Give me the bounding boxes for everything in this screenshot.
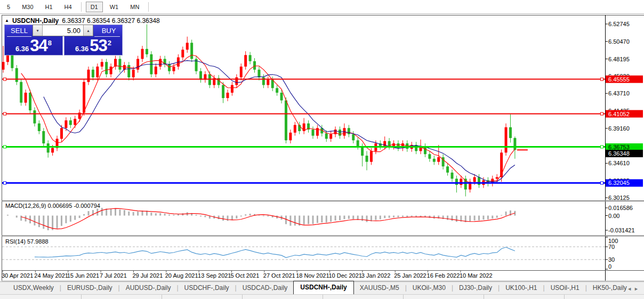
toolbar-separator	[148, 2, 149, 12]
tab-usdcnh-daily[interactable]: USDCNH-,Daily	[293, 281, 353, 294]
axis-label-current-price: 6.36348	[606, 150, 643, 157]
svg-text:25 Jan 2022: 25 Jan 2022	[394, 272, 426, 279]
buy-price-big: 53	[90, 38, 107, 54]
tab-scroll-right-icon[interactable]: ►	[634, 286, 641, 292]
chart-header: ▲ USDCNH-,Daily 6.36337 6.36354 6.36327 …	[5, 17, 160, 25]
volume-increase-button[interactable]: ▴	[83, 25, 93, 36]
axis-label-support-blue: 6.32045	[606, 179, 643, 187]
svg-text:6.52745: 6.52745	[608, 21, 630, 27]
tab-usdchf-daily[interactable]: USDCHF-,Daily	[179, 282, 235, 294]
tab-scroll-left-icon[interactable]: ◄	[627, 286, 634, 292]
hline-handle	[4, 112, 6, 115]
svg-text:30 Apr 2021: 30 Apr 2021	[2, 272, 33, 279]
tab-usdx-weekly[interactable]: USDX,Weekly	[7, 282, 60, 294]
mt4-window: 6.527456.504706.481956.459206.437106.414…	[0, 0, 644, 299]
hline-handle	[601, 78, 603, 80]
svg-text:29 Jul 2021: 29 Jul 2021	[132, 272, 163, 279]
svg-text:6.32045: 6.32045	[608, 180, 630, 186]
strip-divider	[403, 295, 404, 299]
axis-label-support-green: 6.36753	[606, 143, 643, 151]
macd-indicator-label: MACD(12,26,9) 0.006695 -0.000794	[5, 203, 100, 209]
svg-text:6.34610: 6.34610	[608, 160, 630, 166]
sell-underline	[7, 36, 31, 37]
svg-text:6.39160: 6.39160	[608, 125, 630, 132]
svg-text:3 Jan 2022: 3 Jan 2022	[361, 272, 390, 279]
axis-label-resistance-1: 6.45555	[606, 76, 643, 83]
timeframe-button-5[interactable]: 5	[2, 2, 15, 12]
sell-price-big: 34	[30, 38, 47, 54]
tab-ukoil-m30[interactable]: UKOil-,M30	[407, 282, 452, 294]
sell-price-small: 6.36	[15, 45, 29, 53]
svg-text:5 Oct 2021: 5 Oct 2021	[230, 272, 259, 279]
svg-text:70: 70	[608, 244, 615, 250]
timeframe-button-m30[interactable]: M30	[17, 2, 38, 12]
svg-text:7 Jul 2021: 7 Jul 2021	[100, 272, 127, 279]
svg-text:10 Mar 2022: 10 Mar 2022	[460, 272, 493, 279]
tab-usdcad-daily[interactable]: USDCAD-,Daily	[237, 282, 294, 294]
buy-button[interactable]: BUY	[95, 27, 122, 35]
sell-price-sup: 8	[48, 39, 52, 47]
sell-button[interactable]: SELL	[6, 27, 33, 35]
strip-divider	[162, 295, 162, 299]
svg-text:30: 30	[608, 256, 615, 263]
strip-divider	[484, 295, 484, 299]
timeframe-button-h4[interactable]: H4	[60, 2, 77, 12]
tab-dj30-daily[interactable]: DJ30-,Daily	[453, 282, 498, 294]
svg-text:6.45555: 6.45555	[608, 76, 630, 83]
hline-handle	[601, 146, 603, 148]
buy-price: 6.36 53 2	[65, 38, 122, 54]
svg-text:6.36753: 6.36753	[608, 144, 630, 150]
timeframe-button-d1[interactable]: D1	[86, 2, 103, 12]
buy-price-sup: 2	[108, 39, 111, 47]
svg-text:6.41052: 6.41052	[608, 111, 630, 117]
svg-text:0.00: 0.00	[608, 213, 619, 219]
svg-text:20 Aug 2021: 20 Aug 2021	[165, 272, 198, 279]
tab-hk50-daily[interactable]: HK50-,Daily	[587, 282, 633, 294]
tab-uk100-h1[interactable]: UK100-,H1	[500, 282, 543, 294]
one-click-trade-panel: SELL 6.36 34 8 BUY 6.36 53 2 ▾ 5.00 ▴	[4, 25, 123, 55]
rsi-indicator-label: RSI(14) 57.9888	[5, 238, 49, 245]
hline-handle	[601, 182, 603, 184]
strip-divider	[564, 295, 565, 299]
svg-text:24 May 2021: 24 May 2021	[34, 272, 68, 279]
status-strip	[0, 294, 644, 299]
timeframe-button-h1[interactable]: H1	[41, 2, 58, 12]
chart-tabs-bar: USDX,Weekly|EURUSD-,Daily|AUDUSD-,Daily|…	[0, 281, 644, 294]
hline-handle	[4, 146, 6, 148]
sell-price: 6.36 34 8	[5, 38, 62, 54]
axis-label-resistance-2: 6.41052	[606, 110, 643, 118]
svg-text:15 Jun 2021: 15 Jun 2021	[67, 272, 100, 279]
tab-audusd-daily[interactable]: AUDUSD-,Daily	[120, 282, 177, 294]
svg-text:13 Sep 2021: 13 Sep 2021	[198, 272, 231, 279]
strip-divider	[242, 295, 243, 299]
tab-eurusd-daily[interactable]: EURUSD-,Daily	[61, 282, 118, 294]
tab-scroll-arrows[interactable]: ◄►	[627, 286, 641, 292]
svg-text:6.43710: 6.43710	[608, 90, 630, 96]
timeframe-button-mn[interactable]: MN	[125, 2, 144, 12]
svg-text:10 Dec 2021: 10 Dec 2021	[329, 272, 362, 279]
svg-text:16 Feb 2022: 16 Feb 2022	[427, 272, 460, 279]
volume-input[interactable]: 5.00	[43, 25, 83, 36]
svg-text:18 Nov 2021: 18 Nov 2021	[296, 272, 329, 279]
chart-symbol-title: USDCNH-,Daily	[12, 17, 59, 25]
collapse-triangle-icon[interactable]: ▲	[5, 19, 9, 23]
svg-text:6.50470: 6.50470	[608, 38, 630, 45]
volume-stepper: ▾ 5.00 ▴	[33, 25, 93, 36]
svg-text:6.36348: 6.36348	[608, 150, 630, 157]
strip-divider	[323, 295, 323, 299]
strip-divider	[81, 295, 82, 299]
buy-price-small: 6.36	[75, 45, 88, 53]
chart-ohlc-values: 6.36337 6.36354 6.36327 6.36348	[62, 17, 160, 25]
svg-text:-0.031421: -0.031421	[608, 227, 635, 233]
svg-text:6.48195: 6.48195	[608, 56, 630, 62]
timeframe-button-w1[interactable]: W1	[105, 2, 124, 12]
svg-text:0.016586: 0.016586	[608, 205, 633, 211]
hline-handle	[601, 112, 603, 115]
timeframe-toolbar: 5M30H1H4D1W1MN	[0, 0, 644, 14]
tab-usoil-h1[interactable]: USOil-,H1	[545, 282, 585, 294]
tab-xauusd-m5[interactable]: XAUUSD-,M5	[354, 282, 405, 294]
svg-text:0: 0	[608, 263, 611, 270]
svg-text:6.30125: 6.30125	[608, 195, 630, 201]
hline-handle	[4, 78, 6, 80]
volume-decrease-button[interactable]: ▾	[33, 25, 43, 36]
